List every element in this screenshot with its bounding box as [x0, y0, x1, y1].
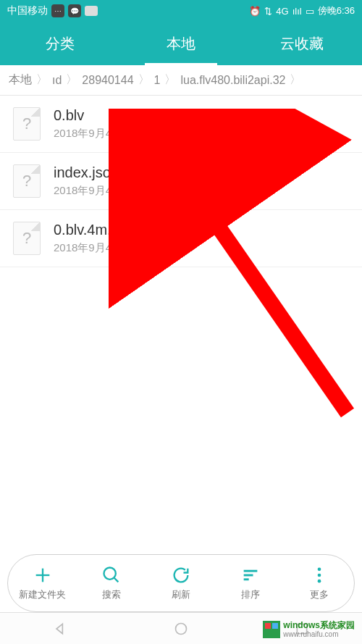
- more-icon: [309, 565, 329, 585]
- battery-icon: ▭: [306, 6, 314, 17]
- refresh-icon: [171, 565, 191, 585]
- file-info: 2018年9月4日 傍晚5:18 45.80 MB: [54, 127, 352, 141]
- file-icon: ?: [13, 222, 41, 255]
- svg-point-9: [318, 568, 321, 572]
- search-icon: [101, 565, 122, 585]
- sort-button[interactable]: 排序: [216, 565, 285, 601]
- file-icon: ?: [13, 107, 41, 141]
- plus-icon: [33, 565, 53, 585]
- svg-point-4: [104, 568, 116, 580]
- data-icon: ⇅: [264, 6, 272, 17]
- triangle-left-icon: [53, 622, 67, 636]
- status-bar: 中国移动 ⋯ 💬 ⏰ ⇅ 4G ılıl ▭ 傍晚6:36: [0, 0, 362, 22]
- watermark-text: windows系统家园: [283, 621, 355, 630]
- watermark-url: www.ruhaifu.com: [283, 630, 355, 638]
- more-button[interactable]: 更多: [285, 565, 354, 601]
- sort-icon: [240, 565, 261, 585]
- chevron-right-icon: 〉: [66, 72, 77, 88]
- file-name: 0.blv.4m.sum: [54, 222, 352, 238]
- tab-cloud[interactable]: 云收藏: [241, 22, 362, 65]
- tool-label: 新建文件夹: [19, 588, 66, 601]
- carrier-label: 中国移动: [7, 4, 48, 17]
- clock-label: 傍晚6:36: [318, 4, 355, 17]
- search-button[interactable]: 搜索: [77, 565, 147, 601]
- watermark: windows系统家园 www.ruhaifu.com: [263, 621, 355, 638]
- file-row[interactable]: ? index.json 2018年9月4日 傍晚5:18 1.85 kB: [0, 153, 362, 210]
- file-row[interactable]: ? 0.blv 2018年9月4日 傍晚5:18 45.80 MB: [0, 96, 362, 153]
- svg-point-11: [318, 580, 321, 583]
- svg-marker-12: [56, 624, 62, 633]
- file-name: index.json: [54, 164, 352, 181]
- bc-item[interactable]: 1: [154, 74, 161, 87]
- nav-back-button[interactable]: [49, 618, 71, 640]
- circle-icon: [174, 622, 188, 636]
- tool-label: 更多: [310, 588, 329, 601]
- nav-home-button[interactable]: [170, 618, 192, 640]
- file-icon: ?: [13, 164, 41, 198]
- tool-label: 排序: [241, 588, 260, 601]
- breadcrumb[interactable]: 本地 〉 ıd 〉 28940144 〉 1 〉 lua.flv480.bili…: [0, 65, 362, 96]
- watermark-logo-icon: [263, 621, 280, 638]
- network-label: 4G: [276, 6, 288, 17]
- alarm-icon: ⏰: [249, 6, 261, 17]
- bc-item[interactable]: 本地: [9, 72, 32, 88]
- chevron-right-icon: 〉: [138, 72, 150, 88]
- tab-category[interactable]: 分类: [0, 22, 121, 65]
- signal-icon: ılıl: [292, 6, 302, 17]
- tool-label: 刷新: [172, 588, 190, 601]
- file-row[interactable]: ? 0.blv.4m.sum 2018年9月4日 傍晚5:17 19 B: [0, 210, 362, 267]
- svg-point-13: [175, 623, 186, 634]
- bottom-toolbar: 新建文件夹 搜索 刷新 排序 更多: [7, 554, 355, 612]
- file-list: ? 0.blv 2018年9月4日 傍晚5:18 45.80 MB ? inde…: [0, 96, 362, 267]
- refresh-button[interactable]: 刷新: [146, 565, 216, 601]
- chevron-right-icon: 〉: [290, 72, 301, 88]
- chevron-right-icon: 〉: [36, 72, 48, 88]
- new-folder-button[interactable]: 新建文件夹: [8, 565, 77, 601]
- notif-icon-1: ⋯: [51, 4, 64, 17]
- notif-icon-3: [85, 6, 98, 16]
- file-info: 2018年9月4日 傍晚5:18 1.85 kB: [54, 184, 352, 198]
- file-name: 0.blv: [54, 107, 352, 124]
- bc-item[interactable]: 28940144: [82, 74, 133, 87]
- bc-item[interactable]: ıd: [52, 74, 62, 87]
- file-info: 2018年9月4日 傍晚5:17 19 B: [54, 241, 352, 255]
- chevron-right-icon: 〉: [164, 72, 176, 88]
- svg-line-5: [114, 578, 119, 582]
- svg-point-10: [318, 574, 321, 577]
- top-tabs: 分类 本地 云收藏: [0, 22, 362, 65]
- tool-label: 搜索: [102, 588, 121, 601]
- bc-item[interactable]: lua.flv480.bili2api.32: [180, 74, 285, 87]
- tab-local[interactable]: 本地: [121, 22, 242, 65]
- notif-icon-2: 💬: [68, 4, 81, 17]
